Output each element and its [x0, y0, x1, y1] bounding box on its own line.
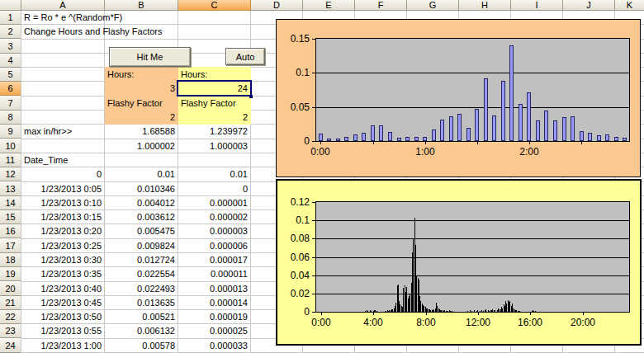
- cell-A11[interactable]: Date_Time: [21, 154, 104, 167]
- cell-C21[interactable]: 0.000014: [178, 297, 250, 309]
- cell-C23[interactable]: 0.000025: [178, 325, 250, 337]
- cell-C14[interactable]: 0.000001: [178, 197, 250, 209]
- hit-me-button[interactable]: Hit Me: [109, 47, 191, 67]
- cell-C18[interactable]: 0.000017: [178, 254, 250, 266]
- row-header-5[interactable]: 5: [0, 68, 21, 82]
- column-header-C[interactable]: C: [178, 0, 251, 11]
- row-header-3[interactable]: 3: [0, 40, 21, 54]
- cell-C10[interactable]: 1.000003: [178, 140, 250, 153]
- cell-A20[interactable]: 1/23/2013 0:40: [21, 283, 104, 295]
- cell-C5[interactable]: Hours:: [178, 68, 250, 81]
- row-header-6[interactable]: 6: [0, 82, 21, 96]
- cell-B18[interactable]: 0.012724: [105, 254, 178, 266]
- cell-A22[interactable]: 1/23/2013 0:50: [21, 311, 104, 323]
- cell-A18[interactable]: 1/23/2013 0:30: [21, 254, 104, 266]
- cell-B17[interactable]: 0.009824: [105, 240, 178, 252]
- row-header-8[interactable]: 8: [0, 111, 21, 125]
- cell-B23[interactable]: 0.006132: [105, 325, 178, 337]
- cell-A17[interactable]: 1/23/2013 0:25: [21, 240, 104, 252]
- column-header-F[interactable]: F: [355, 0, 407, 11]
- row-header-7[interactable]: 7: [0, 96, 21, 111]
- row-header-2[interactable]: 2: [0, 25, 21, 39]
- cell-B5[interactable]: Hours:: [105, 68, 178, 81]
- row-header-12[interactable]: 12: [0, 167, 21, 181]
- cell-C19[interactable]: 0.000011: [178, 268, 250, 280]
- column-header-G[interactable]: G: [407, 0, 459, 11]
- cell-C24[interactable]: 0.000033: [178, 340, 250, 352]
- data-bar: [519, 311, 520, 312]
- row-header-9[interactable]: 9: [0, 125, 21, 139]
- row-header-4[interactable]: 4: [0, 54, 21, 68]
- column-header-E[interactable]: E: [303, 0, 355, 11]
- row-header-13[interactable]: 13: [0, 182, 21, 196]
- cell-B13[interactable]: 0.010346: [105, 183, 178, 195]
- cell-C12[interactable]: 0.01: [178, 168, 250, 181]
- row-header-16[interactable]: 16: [0, 224, 21, 238]
- cell-A13[interactable]: 1/23/2013 0:05: [21, 183, 104, 195]
- column-header-J[interactable]: J: [563, 0, 615, 11]
- column-header-B[interactable]: B: [105, 0, 178, 11]
- y-axis-label: 0.1: [282, 68, 310, 78]
- fill-handle[interactable]: [249, 95, 253, 98]
- row-header-22[interactable]: 22: [0, 310, 21, 324]
- cell-B9[interactable]: 1.68588: [105, 125, 178, 138]
- auto-button[interactable]: Auto: [225, 48, 265, 65]
- cell-B20[interactable]: 0.022493: [105, 283, 178, 295]
- column-header-K[interactable]: K: [615, 0, 644, 11]
- cell-A23[interactable]: 1/23/2013 0:55: [21, 325, 104, 337]
- cell-A24[interactable]: 1/23/2013 1:00: [21, 340, 104, 352]
- rain-rate-24-hour-chart[interactable]: 0.120.10.080.060.040.0200:004:008:0012:0…: [276, 179, 642, 346]
- cell-A2[interactable]: Change Hours and Flashy Factors: [21, 26, 104, 38]
- cell-B16[interactable]: 0.005475: [105, 225, 178, 238]
- row-header-11[interactable]: 11: [0, 153, 21, 167]
- cell-B21[interactable]: 0.013635: [105, 297, 178, 309]
- row-header-24[interactable]: 24: [0, 339, 21, 353]
- row-header-17[interactable]: 17: [0, 239, 21, 253]
- cell-B22[interactable]: 0.00521: [105, 311, 178, 323]
- row-header-15[interactable]: 15: [0, 210, 21, 224]
- select-all-button[interactable]: [0, 0, 21, 11]
- cell-A15[interactable]: 1/23/2013 0:15: [21, 211, 104, 224]
- y-axis-tick: [312, 39, 315, 40]
- selection-box[interactable]: [177, 80, 252, 96]
- cell-B12[interactable]: 0.01: [105, 168, 178, 181]
- row-header-21[interactable]: 21: [0, 296, 21, 310]
- row-header-19[interactable]: 19: [0, 267, 21, 281]
- cell-C17[interactable]: 0.000006: [178, 240, 250, 252]
- cell-C16[interactable]: 0.000003: [178, 225, 250, 238]
- row-header-14[interactable]: 14: [0, 196, 21, 210]
- row-header-10[interactable]: 10: [0, 139, 21, 153]
- column-header-I[interactable]: I: [511, 0, 563, 11]
- cell-A9[interactable]: max in/hr>>: [21, 125, 104, 138]
- cell-B14[interactable]: 0.004012: [105, 197, 178, 209]
- row-header-18[interactable]: 18: [0, 253, 21, 267]
- cell-B19[interactable]: 0.022554: [105, 268, 178, 280]
- rain-rate-3-hour-chart[interactable]: 0.150.10.0500:001:002:00: [276, 19, 641, 177]
- cell-B24[interactable]: 0.00578: [105, 340, 178, 352]
- column-header-H[interactable]: H: [459, 0, 511, 11]
- cell-A1[interactable]: R = Ro * e ^(Random*F): [21, 12, 104, 24]
- cell-C7[interactable]: Flashy Factor: [178, 97, 250, 110]
- cell-C20[interactable]: 0.000013: [178, 283, 250, 295]
- cell-C13[interactable]: 0: [178, 183, 250, 195]
- data-bar: [553, 120, 557, 141]
- row-header-1[interactable]: 1: [0, 11, 21, 25]
- column-header-A[interactable]: A: [21, 0, 105, 11]
- cell-A21[interactable]: 1/23/2013 0:45: [21, 297, 104, 309]
- cell-C15[interactable]: 0.000002: [178, 211, 250, 224]
- cell-B6[interactable]: 3: [105, 82, 178, 95]
- row-header-20[interactable]: 20: [0, 282, 21, 296]
- cell-B7[interactable]: Flashy Factor: [105, 97, 178, 110]
- row-header-23[interactable]: 23: [0, 324, 21, 338]
- cell-A16[interactable]: 1/23/2013 0:20: [21, 225, 104, 238]
- cell-C8[interactable]: 2: [178, 111, 250, 124]
- cell-A12[interactable]: 0: [21, 168, 104, 181]
- cell-B8[interactable]: 2: [105, 111, 178, 124]
- cell-B15[interactable]: 0.003612: [105, 211, 178, 224]
- cell-C22[interactable]: 0.000019: [178, 311, 250, 323]
- column-header-D[interactable]: D: [251, 0, 303, 11]
- cell-B10[interactable]: 1.000002: [105, 140, 178, 153]
- cell-C9[interactable]: 1.239972: [178, 125, 250, 138]
- cell-A19[interactable]: 1/23/2013 0:35: [21, 268, 104, 280]
- cell-A14[interactable]: 1/23/2013 0:10: [21, 197, 104, 209]
